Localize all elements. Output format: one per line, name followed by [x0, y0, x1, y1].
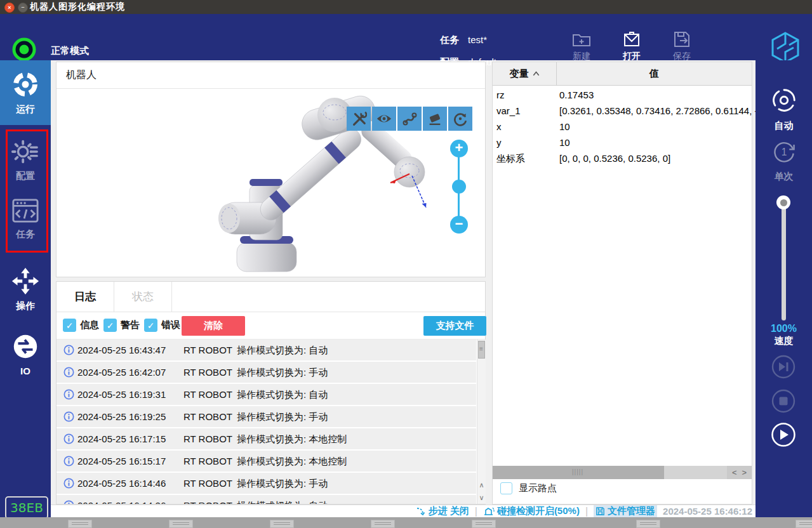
auto-swirl-icon — [769, 86, 799, 115]
code-window-icon — [11, 197, 40, 224]
clear-button[interactable]: 清除 — [182, 316, 245, 336]
robot-panel-title: 机器人 — [66, 69, 97, 82]
log-filterbar: 信息 警告 错误 清除 支持文件 — [57, 312, 485, 340]
checkbox-error[interactable] — [144, 319, 157, 332]
robot-panel: 机器人 — [56, 62, 486, 277]
app-logo-icon — [769, 31, 801, 64]
desktop-icon — [68, 520, 92, 528]
filter-error[interactable]: 错误 — [144, 319, 180, 332]
info-icon — [63, 345, 74, 355]
sidebar-item-operate[interactable]: 操作 — [0, 260, 51, 319]
filter-warning[interactable]: 警告 — [103, 319, 140, 332]
log-scrollbar[interactable] — [477, 340, 486, 504]
step-toggle[interactable]: 步进 关闭 — [416, 505, 469, 517]
log-row[interactable]: 2024-05-25 16:19:31RT ROBOT操作模式切换为: 自动 — [57, 384, 476, 406]
checkbox-info[interactable] — [63, 319, 76, 332]
sort-asc-icon — [533, 71, 540, 76]
info-icon — [63, 411, 74, 422]
speed-slider-knob[interactable] — [776, 195, 790, 209]
log-row[interactable]: 2024-05-25 16:42:07RT ROBOT操作模式切换为: 手动 — [57, 362, 476, 384]
log-row[interactable]: 2024-05-25 16:43:47RT ROBOT操作模式切换为: 自动 — [57, 340, 476, 362]
header: 正常模式 任务test* 配置default 新建 打开 — [0, 14, 812, 60]
tab-log[interactable]: 日志 — [57, 282, 114, 312]
scrollbar-thumb[interactable] — [478, 341, 485, 359]
io-swap-icon — [11, 332, 40, 361]
mode-indicator-icon — [12, 37, 36, 62]
rotate-view-button[interactable] — [448, 107, 472, 131]
status-badge: 38EB — [5, 496, 48, 519]
desktop-icon — [270, 520, 294, 528]
right-sidebar: 自动 1 单次 100% 速度 — [755, 60, 812, 517]
support-files-button[interactable]: 支持文件 — [423, 316, 486, 336]
variable-row[interactable]: rz0.17453 — [493, 87, 752, 103]
log-row[interactable]: 2024-05-25 16:15:17RT ROBOT操作模式切换为: 本地控制 — [57, 451, 476, 473]
collision-toggle[interactable]: 碰撞检测开启(50%) — [483, 505, 580, 517]
checkbox-warning[interactable] — [103, 319, 117, 332]
sidebar-item-run[interactable]: 运行 — [0, 60, 51, 125]
info-icon — [63, 367, 74, 378]
column-value[interactable]: 值 — [557, 62, 752, 85]
task-field[interactable]: 任务test* — [440, 34, 487, 46]
sidebar-item-task[interactable]: 任务 — [0, 189, 51, 249]
single-run-button[interactable]: 1 单次 — [755, 138, 812, 183]
desktop-icon — [636, 520, 660, 528]
zoom-in-button[interactable] — [450, 140, 468, 157]
log-row[interactable]: 2024-05-25 16:14:36RT ROBOT操作模式切换为: 自动 — [57, 495, 476, 504]
wrench-icon — [350, 110, 367, 127]
log-list[interactable]: 2024-05-25 16:43:47RT ROBOT操作模式切换为: 自动 2… — [57, 340, 476, 504]
log-row[interactable]: 2024-05-25 16:14:46RT ROBOT操作模式切换为: 手动 — [57, 473, 476, 495]
tools-button[interactable] — [347, 107, 371, 131]
variable-row[interactable]: 坐标系[0, 0, 0, 0.5236, 0.5236, 0] — [493, 150, 752, 166]
log-row[interactable]: 2024-05-25 16:17:15RT ROBOT操作模式切换为: 本地控制 — [57, 428, 476, 451]
path-button[interactable] — [397, 107, 422, 131]
gear-icon — [11, 136, 40, 166]
mode-label: 正常模式 — [51, 45, 89, 57]
info-icon — [63, 389, 74, 400]
move-arrows-icon — [11, 267, 40, 296]
desktop-icon — [472, 520, 496, 528]
close-icon[interactable] — [4, 3, 15, 13]
scroll-up-icon[interactable] — [477, 478, 486, 491]
sidebar-item-io[interactable]: IO — [0, 325, 51, 383]
variable-row[interactable]: y10 — [493, 135, 752, 150]
open-file-icon — [622, 29, 642, 50]
hscrollbar-thumb[interactable] — [493, 466, 664, 479]
play-button[interactable] — [771, 422, 796, 447]
scroll-left-icon[interactable]: < — [732, 468, 737, 477]
step-forward-button[interactable] — [771, 354, 796, 380]
log-row[interactable]: 2024-05-25 16:19:25RT ROBOT操作模式切换为: 手动 — [57, 406, 476, 428]
task-value: test* — [468, 34, 487, 45]
file-manager-button[interactable]: 文件管理器 — [594, 505, 657, 517]
variable-row[interactable]: var_1[0.3261, 0.35348, 0.73416, 2.72866,… — [493, 103, 752, 119]
variables-panel: 变量 值 rz0.17453 var_1[0.3261, 0.35348, 0.… — [492, 62, 752, 505]
scroll-right-icon[interactable]: > — [742, 468, 747, 477]
zoom-out-button[interactable] — [450, 216, 468, 234]
eraser-button[interactable] — [423, 107, 447, 131]
speed-slider-track[interactable] — [782, 205, 786, 320]
variable-row[interactable]: x10 — [493, 119, 752, 135]
minimize-icon[interactable] — [18, 3, 28, 13]
column-variable[interactable]: 变量 — [493, 62, 557, 85]
floppy-icon — [596, 506, 605, 516]
stop-button[interactable] — [771, 388, 796, 414]
desktop-icon — [795, 520, 812, 528]
collision-icon — [483, 506, 495, 517]
checkbox-waypoints[interactable] — [500, 482, 512, 494]
scroll-down-icon[interactable] — [477, 491, 486, 504]
visibility-button[interactable] — [372, 107, 396, 131]
info-icon — [63, 433, 74, 444]
variables-hscrollbar[interactable]: < > — [493, 466, 752, 479]
show-waypoints-toggle[interactable]: 显示路点 — [500, 482, 557, 494]
filter-info[interactable]: 信息 — [63, 319, 99, 332]
auto-mode-button[interactable]: 自动 — [755, 86, 812, 132]
save-icon — [672, 29, 692, 50]
app-window: 机器人图形化编程环境 正常模式 任务test* 配置default 新建 — [0, 0, 812, 528]
task-label: 任务 — [440, 34, 459, 45]
eraser-icon — [427, 110, 443, 127]
tab-status[interactable]: 状态 — [114, 282, 172, 312]
zoom-slider-knob[interactable] — [452, 180, 466, 194]
separator: | — [585, 506, 588, 517]
info-icon — [63, 478, 74, 489]
sidebar-item-config[interactable]: 配置 — [0, 130, 51, 188]
info-icon — [63, 500, 74, 504]
